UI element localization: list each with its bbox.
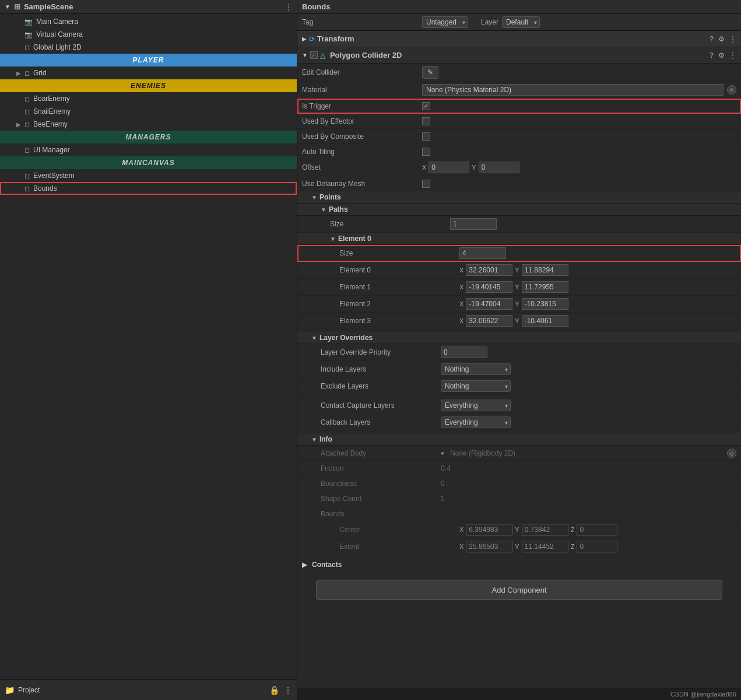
friction-label: Friction bbox=[321, 464, 437, 473]
polygon-collider-arrow-icon: ▼ bbox=[302, 52, 308, 58]
auto-tiling-row: Auto Tiling bbox=[297, 144, 741, 159]
bounds-info-label: Bounds bbox=[321, 510, 437, 518]
group-header-enemies[interactable]: ENEMIES bbox=[0, 79, 297, 92]
point-element-3-x[interactable] bbox=[466, 315, 512, 327]
info-section[interactable]: ▼ Info bbox=[297, 433, 741, 446]
include-layers-row: Include Layers Nothing Everything bbox=[297, 361, 741, 378]
shape-count-value: 1 bbox=[441, 495, 445, 503]
item-label: UI Manager bbox=[33, 146, 70, 154]
item-label: Grid bbox=[33, 69, 47, 77]
exclude-layers-label: Exclude Layers bbox=[321, 382, 437, 390]
bottom-icons: 🔒 ⋮ bbox=[269, 685, 292, 695]
transform-component-header[interactable]: ▶ ⟳ Transform ? ⚙ ⋮ bbox=[297, 31, 741, 47]
paths-size-input[interactable] bbox=[450, 218, 497, 230]
friction-value: 0.4 bbox=[441, 464, 451, 473]
callback-layers-select-wrapper[interactable]: Everything Nothing bbox=[441, 416, 511, 428]
points-section[interactable]: ▼ Points bbox=[297, 191, 741, 204]
exclude-layers-row: Exclude Layers Nothing Everything bbox=[297, 378, 741, 395]
transform-help-icon[interactable]: ? bbox=[710, 35, 714, 43]
inspector-title-bar: Bounds bbox=[297, 0, 741, 14]
contacts-section[interactable]: ▶ Contacts bbox=[297, 558, 741, 571]
edit-collider-button[interactable]: ✎ bbox=[422, 66, 438, 79]
scene-header: ▼ ⊞ SampleScene ⋮ bbox=[0, 0, 297, 14]
layer-select[interactable]: Default bbox=[502, 16, 540, 28]
bounciness-label: Bounciness bbox=[321, 480, 437, 488]
callback-layers-select[interactable]: Everything Nothing bbox=[441, 416, 511, 428]
bounciness-row: Bounciness 0 bbox=[297, 476, 741, 491]
group-label: PLAYER bbox=[133, 56, 164, 64]
include-layers-select-wrapper[interactable]: Nothing Everything bbox=[441, 363, 511, 375]
element0-section[interactable]: ▼ Element 0 bbox=[297, 233, 741, 245]
use-delaunay-checkbox[interactable] bbox=[422, 180, 430, 188]
transform-settings-icon[interactable]: ⚙ bbox=[718, 35, 725, 43]
group-label: MANAGERS bbox=[125, 133, 171, 141]
point-element-1-x[interactable] bbox=[466, 281, 512, 293]
more-options-icon[interactable]: ⋮ bbox=[284, 685, 292, 695]
info-arrow-icon: ▼ bbox=[311, 436, 317, 443]
element0-size-input[interactable] bbox=[459, 247, 506, 259]
inspector-body: ▶ ⟳ Transform ? ⚙ ⋮ ▼ △ Polygon Collider… bbox=[297, 31, 741, 688]
group-header-player[interactable]: PLAYER bbox=[0, 54, 297, 66]
group-header-managers[interactable]: MANAGERS bbox=[0, 131, 297, 144]
group-header-maincanvas[interactable]: MAINCANVAS bbox=[0, 156, 297, 169]
used-by-composite-checkbox[interactable] bbox=[422, 132, 430, 141]
bounds-extent-row: Extent X Y Z bbox=[297, 538, 741, 555]
point-element-1-label: Element 1 bbox=[339, 283, 456, 291]
material-field: None (Physics Material 2D) bbox=[422, 84, 724, 96]
hierarchy-item-eventsystem[interactable]: ◻ EventSystem bbox=[0, 169, 297, 182]
point-element-0-y[interactable] bbox=[522, 264, 568, 276]
attached-body-picker[interactable]: ◎ bbox=[727, 449, 736, 458]
tag-select[interactable]: Untagged bbox=[422, 16, 468, 28]
point-element-0-x[interactable] bbox=[466, 264, 512, 276]
exclude-layers-select-wrapper[interactable]: Nothing Everything bbox=[441, 380, 511, 392]
polygon-collider-settings-icon[interactable]: ⚙ bbox=[718, 51, 725, 60]
material-picker-button[interactable]: ◎ bbox=[727, 85, 736, 94]
polygon-collider-help-icon[interactable]: ? bbox=[710, 51, 714, 60]
paths-arrow-icon: ▼ bbox=[321, 206, 326, 213]
add-component-button[interactable]: Add Component bbox=[316, 580, 722, 600]
polygon-collider-enable-check[interactable] bbox=[310, 51, 318, 59]
paths-size-label: Size bbox=[330, 220, 447, 228]
bounds-center-label: Center bbox=[339, 526, 456, 534]
layer-override-priority-input[interactable] bbox=[441, 346, 487, 358]
hierarchy-item-bounds[interactable]: ◻ Bounds bbox=[0, 182, 297, 195]
paths-section[interactable]: ▼ Paths bbox=[297, 204, 741, 216]
hierarchy-item-grid[interactable]: ▶ ◻ Grid bbox=[0, 66, 297, 79]
tag-layer-row: Tag Untagged Layer Default bbox=[297, 14, 741, 31]
element0-size-label: Size bbox=[339, 249, 456, 257]
hierarchy-item-snail-enemy[interactable]: ◻ SnailEnemy bbox=[0, 105, 297, 118]
bounds-extent-label: Extent bbox=[339, 542, 456, 551]
point-element-1-y[interactable] bbox=[522, 281, 568, 293]
friction-row: Friction 0.4 bbox=[297, 461, 741, 476]
hierarchy-item-global-light[interactable]: ◻ Global Light 2D bbox=[0, 41, 297, 54]
bounds-center-xyz: X Y Z bbox=[459, 524, 617, 536]
tag-select-wrapper[interactable]: Untagged bbox=[422, 16, 468, 28]
include-layers-select[interactable]: Nothing Everything bbox=[441, 363, 511, 375]
is-trigger-checkbox[interactable] bbox=[422, 102, 430, 110]
hierarchy-item-boar-enemy[interactable]: ◻ BoarEnemy bbox=[0, 92, 297, 105]
point-element-3-y[interactable] bbox=[522, 315, 568, 327]
auto-tiling-checkbox[interactable] bbox=[422, 148, 430, 156]
contact-capture-select[interactable]: Everything Nothing bbox=[441, 400, 511, 411]
transform-name: Transform bbox=[317, 34, 710, 43]
offset-y-input[interactable] bbox=[479, 162, 519, 173]
hierarchy-item-main-camera[interactable]: 📷 Main Camera bbox=[0, 15, 297, 28]
polygon-collider-menu-icon[interactable]: ⋮ bbox=[729, 51, 736, 60]
layer-overrides-section[interactable]: ▼ Layer Overrides bbox=[297, 332, 741, 344]
group-label: MAINCANVAS bbox=[122, 159, 174, 167]
polygon-collider-header[interactable]: ▼ △ Polygon Collider 2D ? ⚙ ⋮ bbox=[297, 47, 741, 64]
hierarchy-item-virtual-camera[interactable]: 📷 Virtual Camera bbox=[0, 28, 297, 41]
exclude-layers-select[interactable]: Nothing Everything bbox=[441, 380, 511, 392]
hierarchy-item-bee-enemy[interactable]: ▶ ◻ BeeEnemy bbox=[0, 118, 297, 131]
layer-select-wrapper[interactable]: Default bbox=[502, 16, 540, 28]
offset-x-input[interactable] bbox=[429, 162, 469, 173]
contact-capture-select-wrapper[interactable]: Everything Nothing bbox=[441, 400, 511, 411]
point-element-2-y[interactable] bbox=[522, 298, 568, 310]
lock-icon[interactable]: 🔒 bbox=[269, 685, 279, 695]
used-by-effector-checkbox[interactable] bbox=[422, 117, 430, 125]
hierarchy-item-ui-manager[interactable]: ◻ UI Manager bbox=[0, 144, 297, 156]
callback-layers-row: Callback Layers Everything Nothing bbox=[297, 414, 741, 431]
point-element-2-x[interactable] bbox=[466, 298, 512, 310]
transform-menu-icon[interactable]: ⋮ bbox=[729, 35, 736, 43]
scene-menu-button[interactable]: ⋮ bbox=[285, 3, 292, 11]
